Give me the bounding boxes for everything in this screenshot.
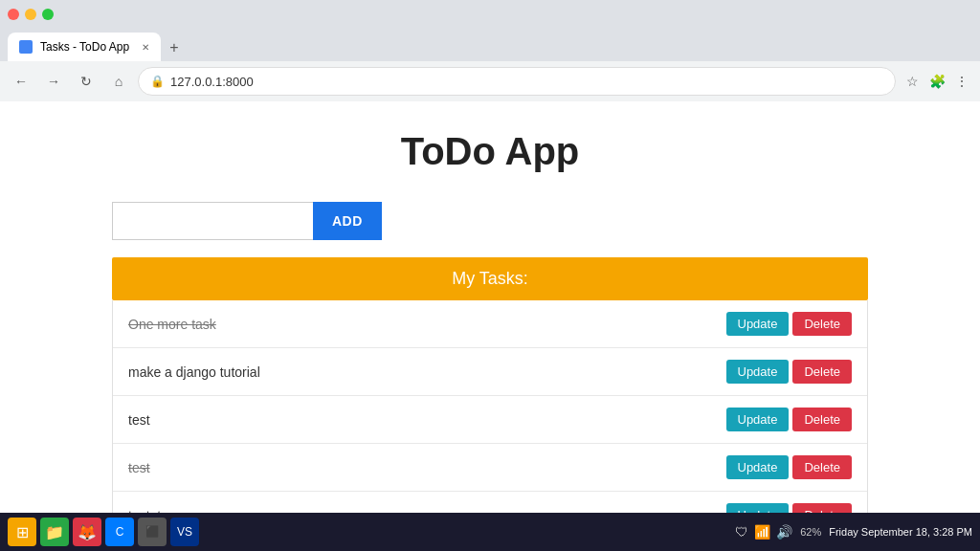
taskbar: ⊞ 📁 🦊 C ⬛ VS 🛡 📶 🔊 62% Friday September … — [0, 513, 980, 551]
task-buttons: Update Delete — [726, 360, 853, 384]
address-text: 127.0.0.1:8000 — [170, 75, 254, 89]
task-row: make a django tutorial Update Delete — [113, 348, 867, 396]
task-buttons: Update Delete — [726, 455, 853, 479]
sys-icons: 🛡 📶 🔊 — [735, 524, 792, 540]
taskbar-icon-symbol: ⊞ — [16, 523, 29, 541]
task-text: test — [128, 412, 150, 428]
tab-favicon — [19, 40, 33, 54]
task-row: test Update Delete — [113, 444, 867, 492]
address-bar-row: ← → ↻ ⌂ 🔒 127.0.0.1:8000 ☆ 🧩 ⋮ — [0, 61, 980, 101]
maximize-window-btn[interactable] — [42, 9, 54, 20]
delete-button[interactable]: Delete — [792, 408, 852, 431]
task-row: test Update Delete — [113, 396, 867, 444]
close-window-btn[interactable] — [8, 9, 19, 20]
tab-bar: Tasks - ToDo App ✕ + — [0, 29, 980, 61]
update-button[interactable]: Update — [726, 408, 790, 431]
taskbar-icon-symbol: ⬛ — [145, 525, 160, 539]
page-content: ToDo App ADD My Tasks: One more task Upd… — [0, 101, 980, 513]
shield-icon: 🛡 — [735, 524, 748, 540]
taskbar-app-icon-4[interactable]: C — [105, 518, 134, 546]
address-bar[interactable]: 🔒 127.0.0.1:8000 — [138, 67, 896, 96]
task-buttons: Update Delete — [726, 503, 853, 513]
taskbar-app-icon-2[interactable]: 📁 — [40, 518, 69, 546]
task-text: test — [128, 460, 150, 475]
taskbar-app-icon-3[interactable]: 🦊 — [73, 518, 101, 546]
input-row: ADD — [112, 202, 868, 240]
delete-button[interactable]: Delete — [792, 312, 852, 336]
home-btn[interactable]: ⌂ — [105, 68, 132, 95]
update-button[interactable]: Update — [726, 455, 790, 479]
task-buttons: Update Delete — [726, 312, 853, 336]
wifi-icon: 📶 — [754, 524, 770, 540]
menu-icon[interactable]: ⋮ — [951, 71, 972, 92]
browser-toolbar-icons: ☆ 🧩 ⋮ — [902, 71, 972, 92]
system-clock: Friday September 18, 3:28 PM — [829, 526, 972, 538]
tasks-header: My Tasks: — [112, 257, 868, 300]
forward-btn[interactable]: → — [40, 68, 67, 95]
taskbar-icon-symbol: 🦊 — [78, 523, 97, 541]
active-tab[interactable]: Tasks - ToDo App ✕ — [8, 33, 161, 61]
content-area: ToDo App ADD My Tasks: One more task Upd… — [93, 101, 887, 513]
taskbar-icon-symbol: C — [116, 525, 124, 539]
tab-close-btn[interactable]: ✕ — [142, 42, 149, 53]
task-row: One more task Update Delete — [113, 300, 867, 348]
update-button[interactable]: Update — [726, 360, 790, 384]
delete-button[interactable]: Delete — [792, 455, 852, 479]
extensions-icon[interactable]: 🧩 — [926, 71, 947, 92]
add-button[interactable]: ADD — [313, 202, 382, 240]
back-btn[interactable]: ← — [8, 68, 34, 95]
taskbar-icon-symbol: VS — [177, 525, 192, 539]
taskbar-app-icon-6[interactable]: VS — [170, 518, 199, 546]
tab-title: Tasks - ToDo App — [40, 40, 129, 54]
update-button[interactable]: Update — [726, 503, 790, 513]
star-icon[interactable]: ☆ — [902, 71, 923, 92]
volume-icon: 🔊 — [776, 524, 792, 540]
task-list: One more task Update Delete make a djang… — [112, 300, 868, 513]
taskbar-right: 🛡 📶 🔊 62% Friday September 18, 3:28 PM — [735, 524, 972, 540]
task-text: One more task — [128, 317, 216, 332]
app-title: ToDo App — [112, 121, 868, 183]
delete-button[interactable]: Delete — [792, 503, 852, 513]
task-buttons: Update Delete — [726, 408, 853, 431]
task-row: testete Update Delete — [113, 492, 867, 513]
task-text: make a django tutorial — [128, 364, 260, 380]
browser-titlebar — [0, 0, 980, 29]
delete-button[interactable]: Delete — [792, 360, 852, 384]
taskbar-icon-symbol: 📁 — [45, 523, 64, 541]
window-controls — [8, 9, 54, 20]
minimize-window-btn[interactable] — [25, 9, 36, 20]
new-tab-btn[interactable]: + — [161, 34, 188, 61]
battery-indicator: 62% — [800, 526, 821, 538]
task-input[interactable] — [112, 202, 313, 240]
taskbar-app-icon-5[interactable]: ⬛ — [138, 518, 167, 546]
update-button[interactable]: Update — [726, 312, 790, 336]
lock-icon: 🔒 — [150, 75, 165, 88]
refresh-btn[interactable]: ↻ — [73, 68, 100, 95]
taskbar-app-icon-1[interactable]: ⊞ — [8, 518, 36, 546]
